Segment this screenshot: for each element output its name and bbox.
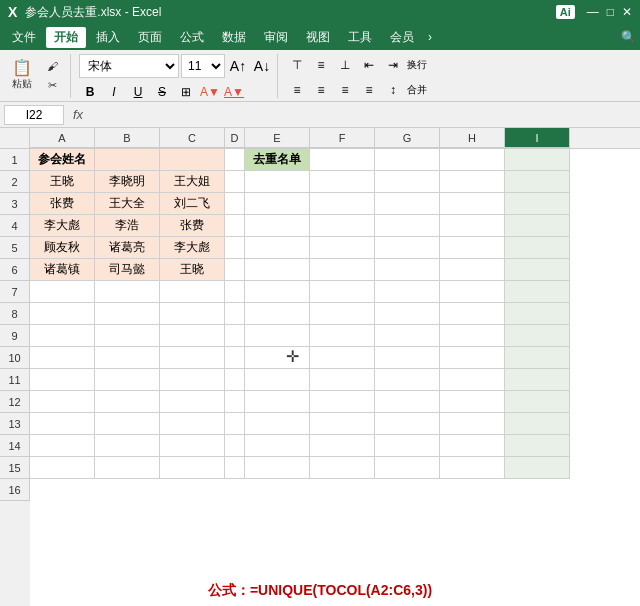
merge-button[interactable]: 合并 bbox=[406, 79, 428, 101]
row-header-7[interactable]: 7 bbox=[0, 281, 30, 303]
cell-e4[interactable] bbox=[245, 215, 310, 237]
align-left-button[interactable]: ≡ bbox=[286, 79, 308, 101]
cell-e2[interactable] bbox=[245, 171, 310, 193]
row-header-8[interactable]: 8 bbox=[0, 303, 30, 325]
wrap-button[interactable]: 换行 bbox=[406, 54, 428, 76]
cell-f6[interactable] bbox=[310, 259, 375, 281]
cell-c4[interactable]: 张费 bbox=[160, 215, 225, 237]
cell-b5[interactable]: 诸葛亮 bbox=[95, 237, 160, 259]
cell-e5[interactable] bbox=[245, 237, 310, 259]
cell-a2[interactable]: 王晓 bbox=[30, 171, 95, 193]
cell-i1[interactable] bbox=[505, 149, 570, 171]
maximize-btn[interactable]: □ bbox=[607, 5, 614, 19]
indent-increase-button[interactable]: ⇥ bbox=[382, 54, 404, 76]
row-header-16[interactable]: 16 bbox=[0, 479, 30, 501]
align-justify-button[interactable]: ≡ bbox=[358, 79, 380, 101]
menu-formula[interactable]: 公式 bbox=[172, 27, 212, 48]
minimize-btn[interactable]: — bbox=[587, 5, 599, 19]
cell-a5[interactable]: 顾友秋 bbox=[30, 237, 95, 259]
cell-i6[interactable] bbox=[505, 259, 570, 281]
menu-review[interactable]: 审阅 bbox=[256, 27, 296, 48]
menu-view[interactable]: 视图 bbox=[298, 27, 338, 48]
cell-d1[interactable] bbox=[225, 149, 245, 171]
text-direction-button[interactable]: ↕ bbox=[382, 79, 404, 101]
cell-h1[interactable] bbox=[440, 149, 505, 171]
font-size-selector[interactable]: 11 bbox=[181, 54, 225, 78]
col-header-e[interactable]: E bbox=[245, 128, 310, 148]
align-center-button[interactable]: ≡ bbox=[310, 79, 332, 101]
cell-i2[interactable] bbox=[505, 171, 570, 193]
search-icon[interactable]: 🔍 bbox=[621, 30, 636, 44]
close-btn[interactable]: ✕ bbox=[622, 5, 632, 19]
row-header-6[interactable]: 6 bbox=[0, 259, 30, 281]
font-color-button[interactable]: A▼ bbox=[223, 81, 245, 103]
row-header-4[interactable]: 4 bbox=[0, 215, 30, 237]
cell-b6[interactable]: 司马懿 bbox=[95, 259, 160, 281]
cell-i4[interactable] bbox=[505, 215, 570, 237]
cell-e1[interactable]: 去重名单 bbox=[245, 149, 310, 171]
format-brush-button[interactable]: 🖌 bbox=[38, 57, 66, 75]
cell-a7[interactable] bbox=[30, 281, 95, 303]
increase-font-button[interactable]: A↑ bbox=[227, 55, 249, 77]
row-header-12[interactable]: 12 bbox=[0, 391, 30, 413]
cell-f5[interactable] bbox=[310, 237, 375, 259]
align-top-button[interactable]: ⊤ bbox=[286, 54, 308, 76]
cell-h2[interactable] bbox=[440, 171, 505, 193]
cell-g2[interactable] bbox=[375, 171, 440, 193]
cell-f1[interactable] bbox=[310, 149, 375, 171]
cell-b2[interactable]: 李晓明 bbox=[95, 171, 160, 193]
col-header-d[interactable]: D bbox=[225, 128, 245, 148]
row-header-9[interactable]: 9 bbox=[0, 325, 30, 347]
cell-reference-input[interactable] bbox=[4, 105, 64, 125]
border-button[interactable]: ⊞ bbox=[175, 81, 197, 103]
cell-c1[interactable] bbox=[160, 149, 225, 171]
row-header-5[interactable]: 5 bbox=[0, 237, 30, 259]
menu-tools[interactable]: 工具 bbox=[340, 27, 380, 48]
cell-c6[interactable]: 王晓 bbox=[160, 259, 225, 281]
underline-button[interactable]: U bbox=[127, 81, 149, 103]
menu-insert[interactable]: 插入 bbox=[88, 27, 128, 48]
row-header-3[interactable]: 3 bbox=[0, 193, 30, 215]
indent-decrease-button[interactable]: ⇤ bbox=[358, 54, 380, 76]
italic-button[interactable]: I bbox=[103, 81, 125, 103]
col-header-c[interactable]: C bbox=[160, 128, 225, 148]
col-header-i[interactable]: I bbox=[505, 128, 570, 148]
cell-d6[interactable] bbox=[225, 259, 245, 281]
menu-member[interactable]: 会员 bbox=[382, 27, 422, 48]
cell-g1[interactable] bbox=[375, 149, 440, 171]
col-header-f[interactable]: F bbox=[310, 128, 375, 148]
cell-d3[interactable] bbox=[225, 193, 245, 215]
cell-g4[interactable] bbox=[375, 215, 440, 237]
cell-d5[interactable] bbox=[225, 237, 245, 259]
row-header-11[interactable]: 11 bbox=[0, 369, 30, 391]
ai-badge[interactable]: Ai bbox=[556, 5, 575, 19]
cell-c5[interactable]: 李大彪 bbox=[160, 237, 225, 259]
row-header-14[interactable]: 14 bbox=[0, 435, 30, 457]
menu-home[interactable]: 开始 bbox=[46, 27, 86, 48]
function-icon[interactable]: fx bbox=[68, 105, 88, 125]
paste-button[interactable]: 📋 粘贴 bbox=[8, 56, 36, 96]
cell-h6[interactable] bbox=[440, 259, 505, 281]
row-header-2[interactable]: 2 bbox=[0, 171, 30, 193]
col-header-h[interactable]: H bbox=[440, 128, 505, 148]
cell-h3[interactable] bbox=[440, 193, 505, 215]
cell-d4[interactable] bbox=[225, 215, 245, 237]
cell-c2[interactable]: 王大姐 bbox=[160, 171, 225, 193]
cell-f3[interactable] bbox=[310, 193, 375, 215]
decrease-font-button[interactable]: A↓ bbox=[251, 55, 273, 77]
cell-g3[interactable] bbox=[375, 193, 440, 215]
strikethrough-button[interactable]: S bbox=[151, 81, 173, 103]
cell-h5[interactable] bbox=[440, 237, 505, 259]
row-header-1[interactable]: 1 bbox=[0, 149, 30, 171]
cell-b4[interactable]: 李浩 bbox=[95, 215, 160, 237]
cell-b1[interactable] bbox=[95, 149, 160, 171]
row-header-13[interactable]: 13 bbox=[0, 413, 30, 435]
menu-file[interactable]: 文件 bbox=[4, 27, 44, 48]
formula-input[interactable] bbox=[92, 105, 636, 125]
cell-f4[interactable] bbox=[310, 215, 375, 237]
menu-page[interactable]: 页面 bbox=[130, 27, 170, 48]
cell-c3[interactable]: 刘二飞 bbox=[160, 193, 225, 215]
fill-color-button[interactable]: A▼ bbox=[199, 81, 221, 103]
cell-f2[interactable] bbox=[310, 171, 375, 193]
col-header-g[interactable]: G bbox=[375, 128, 440, 148]
